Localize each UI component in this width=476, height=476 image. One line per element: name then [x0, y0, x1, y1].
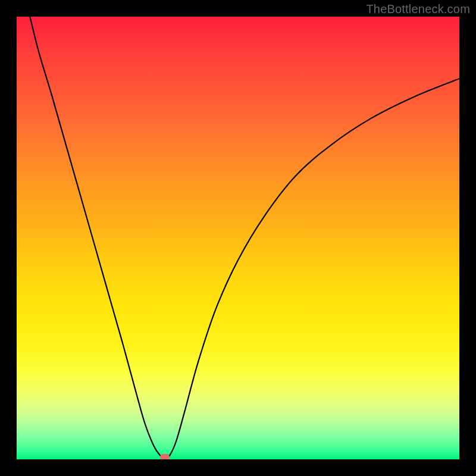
minimum-marker [160, 454, 170, 459]
bottleneck-curve [17, 17, 459, 459]
chart-frame: TheBottleneck.com [0, 0, 476, 476]
watermark-text: TheBottleneck.com [366, 2, 470, 16]
plot-area [17, 17, 459, 459]
